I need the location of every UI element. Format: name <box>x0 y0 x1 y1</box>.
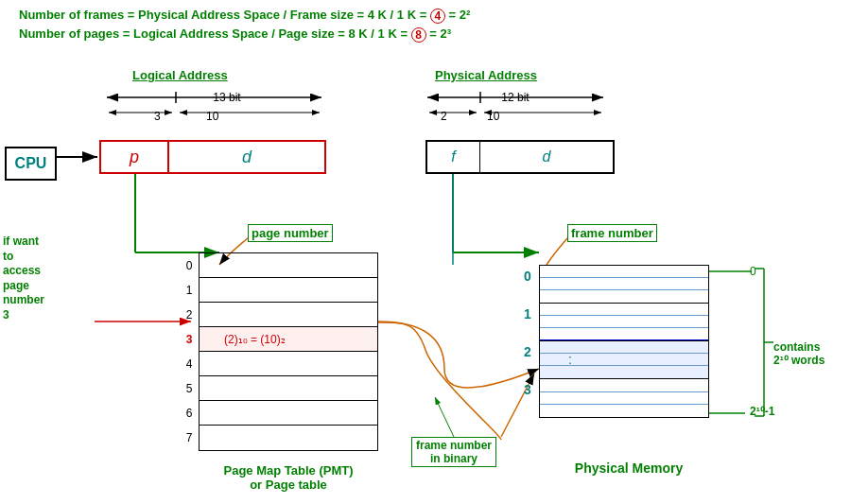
circled-4: 4 <box>430 9 445 24</box>
pmt-row-3-content: (2)₁₀ = (10)₂ <box>220 327 377 351</box>
phy-row-2-content: : <box>540 341 708 378</box>
svg-line-21 <box>435 397 454 437</box>
table-row: 4 <box>200 352 377 376</box>
bit2-label: 2 <box>441 110 447 123</box>
phy-inner-1 <box>540 304 708 340</box>
pmt-table-inner: 0 1 2 3 (2)₁₀ = (10)₂ 4 5 <box>199 252 378 451</box>
frame-binary-label: frame number in binary <box>411 437 496 467</box>
phy-sub-row <box>540 405 708 417</box>
table-row: 3 <box>540 379 708 417</box>
phy-row-3-num: 3 <box>519 379 536 397</box>
phy-sub-row <box>540 341 708 354</box>
pmt-row-4-content <box>220 352 377 375</box>
pmt-row-6-content <box>220 401 377 425</box>
phy-sub-row <box>540 290 708 303</box>
13bit-label: 13 bit <box>132 91 321 104</box>
pmt-row-0-num: 0 <box>179 253 200 277</box>
table-row: 1 <box>540 304 708 341</box>
phy-sub-row <box>540 366 708 378</box>
pmt-row-0-content <box>220 253 377 277</box>
phy-sub-row <box>540 380 708 392</box>
phy-inner-2: : <box>540 341 708 378</box>
phy-sub-row <box>540 266 708 278</box>
f-cell: f <box>427 142 480 172</box>
phy-sub-row <box>540 328 708 340</box>
contains-label: contains 2¹⁰ words <box>773 340 863 367</box>
phy-inner-0 <box>540 266 708 303</box>
pmt-row-2-num: 2 <box>179 303 200 326</box>
pmt-row-7-content <box>220 426 377 450</box>
pmt-label: Page Map Table (PMT) or Page table <box>194 463 383 492</box>
logical-address-box: p d <box>99 140 326 174</box>
table-row: 1 <box>200 278 377 303</box>
physical-memory-table: 0 1 <box>539 265 709 418</box>
phy-row-0-num: 0 <box>519 266 536 284</box>
phy-row-2-num: 2 <box>519 341 536 359</box>
phy-row-1-content <box>540 304 708 340</box>
phy-row-0-content <box>540 266 708 303</box>
frame-number-label: frame number <box>567 224 657 242</box>
pmt-row-7-num: 7 <box>179 426 200 450</box>
phy-sub-row <box>540 392 708 405</box>
equation-2: Number of pages = Logical Address Space … <box>19 26 451 43</box>
bit10-physical-label: 10 <box>487 110 499 123</box>
pow10-1-label: 2¹⁰-1 <box>750 405 774 418</box>
main-diagram: Number of frames = Physical Address Spac… <box>0 0 868 504</box>
table-row: 2 : <box>540 341 708 379</box>
p-cell: p <box>101 142 169 172</box>
circled-8: 8 <box>411 27 426 43</box>
cpu-box: CPU <box>5 147 57 181</box>
d-cell-logical: d <box>169 142 324 172</box>
cpu-label: CPU <box>15 155 47 172</box>
table-row: 5 <box>200 376 377 401</box>
physical-memory-label: Physical Memory <box>544 461 714 476</box>
phy-row-1-num: 1 <box>519 304 536 322</box>
ifwant-label: if want to access page number 3 <box>3 235 93 323</box>
phy-row-3-content <box>540 379 708 417</box>
page-number-label: page number <box>248 224 333 242</box>
table-row: 3 (2)₁₀ = (10)₂ <box>200 327 377 352</box>
phy-inner-3 <box>540 380 708 417</box>
pmt-row-6-num: 6 <box>179 401 200 425</box>
pmt-row-3-num: 3 <box>179 327 200 351</box>
zero-right-label: 0 <box>750 265 756 278</box>
table-row: 6 <box>200 401 377 426</box>
table-row: 7 <box>200 426 377 450</box>
equation-1: Number of frames = Physical Address Spac… <box>19 8 470 24</box>
pmt-row-1-content <box>220 278 377 302</box>
phy-sub-row <box>540 304 708 316</box>
pmt-row-1-num: 1 <box>179 278 200 302</box>
diagram-arrows <box>0 0 868 504</box>
pmt-row-5-content <box>220 376 377 400</box>
table-row: 0 <box>200 253 377 278</box>
d-cell-physical: d <box>480 142 613 172</box>
phy-sub-row: : <box>540 354 708 366</box>
physical-address-label: Physical Address <box>435 68 537 82</box>
physical-address-box: f d <box>425 140 615 174</box>
bit3-label: 3 <box>154 110 161 123</box>
pmt-table: 0 1 2 3 (2)₁₀ = (10)₂ 4 5 <box>199 252 378 451</box>
pmt-row-2-content <box>220 303 377 326</box>
12bit-label: 12 bit <box>425 91 605 104</box>
phy-sub-row <box>540 316 708 328</box>
table-row: 0 <box>540 266 708 304</box>
pmt-row-4-num: 4 <box>179 352 200 375</box>
logical-address-label: Logical Address <box>132 68 228 82</box>
bit10-logical-label: 10 <box>206 110 218 123</box>
phy-sub-row <box>540 278 708 290</box>
phy-mem-inner: 0 1 <box>539 265 709 418</box>
table-row: 2 <box>200 303 377 327</box>
pmt-row-5-num: 5 <box>179 376 200 400</box>
